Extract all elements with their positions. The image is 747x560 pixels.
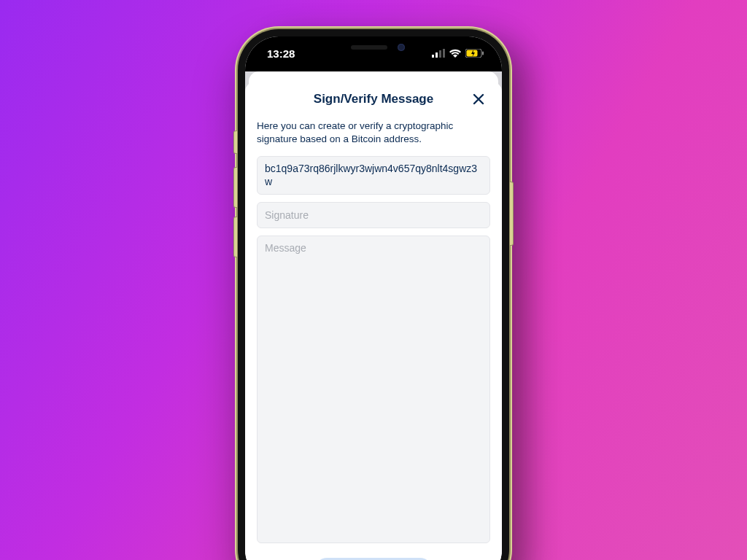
signature-input[interactable] [257, 202, 490, 228]
cellular-signal-icon [432, 49, 445, 58]
close-icon [472, 93, 485, 106]
phone-notch [319, 36, 428, 58]
sheet-header: Sign/Verify Message [257, 82, 490, 117]
wifi-icon [449, 49, 462, 58]
description-text: Here you can create or verify a cryptogr… [257, 120, 490, 146]
address-value: bc1q9a73rq86rjlkwyr3wjwn4v657qy8nlt4sgwz… [265, 163, 477, 187]
sign-verify-sheet: Sign/Verify Message Here you can create … [245, 82, 502, 560]
action-bar: Sign Verify [257, 551, 490, 560]
phone-screen: 13:28 Sign/Verify Message [245, 36, 502, 560]
svg-rect-0 [432, 55, 434, 58]
background-stage: 13:28 Sign/Verify Message [0, 0, 747, 560]
svg-rect-2 [439, 50, 441, 58]
address-field[interactable]: bc1q9a73rq86rjlkwyr3wjwn4v657qy8nlt4sgwz… [257, 156, 490, 195]
close-button[interactable] [468, 89, 489, 109]
phone-side-button [234, 131, 237, 153]
status-time: 13:28 [267, 47, 295, 60]
phone-frame: 13:28 Sign/Verify Message [238, 29, 509, 560]
page-title: Sign/Verify Message [314, 92, 433, 106]
svg-rect-1 [436, 52, 438, 58]
message-textarea[interactable] [257, 236, 490, 543]
battery-charging-icon [465, 49, 484, 58]
phone-volume-down [234, 217, 237, 257]
phone-volume-up [234, 168, 237, 207]
svg-rect-3 [443, 49, 445, 58]
svg-rect-5 [482, 52, 484, 55]
phone-power-button [510, 182, 513, 245]
